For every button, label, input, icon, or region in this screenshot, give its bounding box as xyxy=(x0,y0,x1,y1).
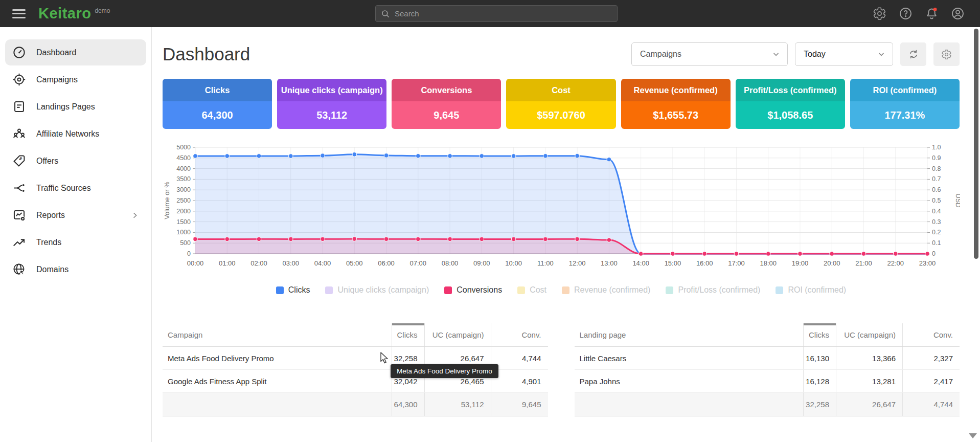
sidebar-item-offers[interactable]: $Offers xyxy=(5,148,146,174)
svg-text:13:00: 13:00 xyxy=(601,259,618,267)
svg-text:0.6: 0.6 xyxy=(932,186,941,193)
svg-text:3000: 3000 xyxy=(176,186,191,193)
top-bar: Keitaro demo xyxy=(0,0,980,27)
column-header-conv-[interactable]: Conv. xyxy=(491,323,548,346)
report-gear-icon xyxy=(12,208,26,222)
sidebar-item-traffic-sources[interactable]: Traffic Sources xyxy=(5,175,146,201)
brand-logo[interactable]: Keitaro demo xyxy=(38,6,110,21)
sidebar-item-campaigns[interactable]: Campaigns xyxy=(5,67,146,93)
gear-icon xyxy=(941,49,952,60)
sidebar-item-trends[interactable]: Trends xyxy=(5,229,146,255)
grouping-select-value: Campaigns xyxy=(640,50,681,59)
legend-swatch xyxy=(666,286,673,294)
table-row[interactable]: Little Caesars16,13013,3662,327 xyxy=(575,347,960,370)
legend-item-profit-loss-confirmed-[interactable]: Profit/Loss (confirmed) xyxy=(666,285,760,295)
metric-card-roi-confirmed-[interactable]: ROI (confirmed)177.31% xyxy=(850,79,960,129)
svg-text:04:00: 04:00 xyxy=(314,259,331,267)
globe-icon xyxy=(12,262,26,276)
svg-text:07:00: 07:00 xyxy=(410,259,427,267)
legend-swatch xyxy=(776,286,783,294)
chevron-right-icon xyxy=(131,211,139,219)
scroll-down-arrow-icon[interactable] xyxy=(969,433,977,438)
metric-card-conversions[interactable]: Conversions9,645 xyxy=(392,79,501,129)
date-range-select[interactable]: Today xyxy=(795,42,893,66)
help-icon[interactable] xyxy=(899,7,913,20)
legend-item-cost[interactable]: Cost xyxy=(517,285,546,295)
row-value: 4,901 xyxy=(491,370,548,392)
price-tag-icon: $ xyxy=(12,154,26,168)
account-icon[interactable] xyxy=(951,7,965,20)
sidebar-item-label: Reports xyxy=(36,211,65,220)
legend-label: ROI (confirmed) xyxy=(788,285,846,295)
refresh-icon xyxy=(908,49,919,60)
notification-dot xyxy=(933,8,937,11)
hamburger-menu-icon[interactable] xyxy=(12,9,26,18)
date-range-select-value: Today xyxy=(804,50,826,59)
legend-item-roi-confirmed-[interactable]: ROI (confirmed) xyxy=(776,285,846,295)
svg-text:15:00: 15:00 xyxy=(665,259,681,267)
column-header-uc-campaign-[interactable]: UC (campaign) xyxy=(424,323,491,346)
metric-card-unique-clicks-campaign-[interactable]: Unique clicks (campaign)53,112 xyxy=(277,79,386,129)
sidebar-item-reports[interactable]: Reports xyxy=(5,202,146,228)
svg-text:03:00: 03:00 xyxy=(283,259,300,267)
svg-text:21:00: 21:00 xyxy=(855,259,872,267)
svg-text:20:00: 20:00 xyxy=(824,259,840,267)
svg-text:06:00: 06:00 xyxy=(378,259,395,267)
row-value: 16,128 xyxy=(803,370,836,392)
column-header-uc-campaign-[interactable]: UC (campaign) xyxy=(836,323,902,346)
metric-card-profit-loss-confirmed-[interactable]: Profit/Loss (confirmed)$1,058.65 xyxy=(736,79,845,129)
dashboard-settings-button[interactable] xyxy=(933,42,960,66)
notifications-bell-icon[interactable] xyxy=(925,7,939,20)
column-header-clicks[interactable]: Clicks xyxy=(803,323,836,346)
svg-text:10:00: 10:00 xyxy=(505,259,522,267)
total-value: 53,112 xyxy=(424,393,491,416)
svg-text:08:00: 08:00 xyxy=(442,259,459,267)
row-value: 4,744 xyxy=(491,347,548,369)
row-value: 2,417 xyxy=(902,370,960,392)
legend-swatch xyxy=(517,286,525,294)
svg-text:23:00: 23:00 xyxy=(919,259,936,267)
global-search[interactable] xyxy=(375,5,618,22)
total-value: 9,645 xyxy=(491,393,548,416)
column-header-conv-[interactable]: Conv. xyxy=(902,323,960,346)
row-tooltip: Meta Ads Food Delivery Promo xyxy=(391,364,498,378)
svg-text:0: 0 xyxy=(932,250,936,257)
svg-text:02:00: 02:00 xyxy=(250,259,267,267)
svg-text:2500: 2500 xyxy=(176,197,191,204)
refresh-button[interactable] xyxy=(900,42,926,66)
settings-gear-icon[interactable] xyxy=(873,7,886,20)
column-header-landing-page[interactable]: Landing page xyxy=(575,323,804,346)
page-scrollbar-thumb[interactable] xyxy=(974,29,978,259)
legend-label: Profit/Loss (confirmed) xyxy=(678,285,760,295)
legend-swatch xyxy=(562,286,569,294)
legend-item-clicks[interactable]: Clicks xyxy=(276,285,310,295)
landing-pages-table: Landing pageClicksUC (campaign)Conv.Litt… xyxy=(575,323,960,416)
column-header-clicks[interactable]: Clicks xyxy=(392,323,424,346)
summary-tables-row: CampaignClicksUC (campaign)Conv.Meta Ads… xyxy=(163,323,960,416)
table-row[interactable]: Papa Johns16,12813,2812,417 xyxy=(575,370,960,393)
svg-text:0.9: 0.9 xyxy=(932,154,941,162)
legend-item-unique-clicks-campaign-[interactable]: Unique clicks (campaign) xyxy=(325,285,429,295)
legend-swatch xyxy=(444,286,452,294)
sidebar-item-affiliate-networks[interactable]: Affiliate Networks xyxy=(5,121,146,147)
brand-name: Keitaro xyxy=(38,6,91,21)
sidebar-item-label: Affiliate Networks xyxy=(36,129,99,139)
metric-card-revenue-confirmed-[interactable]: Revenue (confirmed)$1,655.73 xyxy=(621,79,731,129)
metric-card-value: $1,058.65 xyxy=(736,101,845,129)
column-header-campaign[interactable]: Campaign xyxy=(163,323,392,346)
legend-item-revenue-confirmed-[interactable]: Revenue (confirmed) xyxy=(562,285,650,295)
people-icon xyxy=(12,127,26,141)
search-input[interactable] xyxy=(395,9,612,18)
sidebar-item-landings-pages[interactable]: Landings Pages xyxy=(5,94,146,120)
grouping-select[interactable]: Campaigns xyxy=(631,42,788,66)
svg-text:Volume or %: Volume or % xyxy=(163,182,171,219)
sidebar-item-label: Offers xyxy=(36,157,58,166)
sidebar-item-label: Traffic Sources xyxy=(36,184,91,193)
legend-item-conversions[interactable]: Conversions xyxy=(444,285,502,295)
page-title: Dashboard xyxy=(163,44,250,64)
sidebar-item-dashboard[interactable]: Dashboard xyxy=(5,39,146,65)
metric-card-cost[interactable]: Cost$597.0760 xyxy=(506,79,616,129)
sidebar-item-domains[interactable]: Domains xyxy=(5,256,146,282)
metric-card-clicks[interactable]: Clicks64,300 xyxy=(163,79,272,129)
document-icon xyxy=(12,100,26,114)
